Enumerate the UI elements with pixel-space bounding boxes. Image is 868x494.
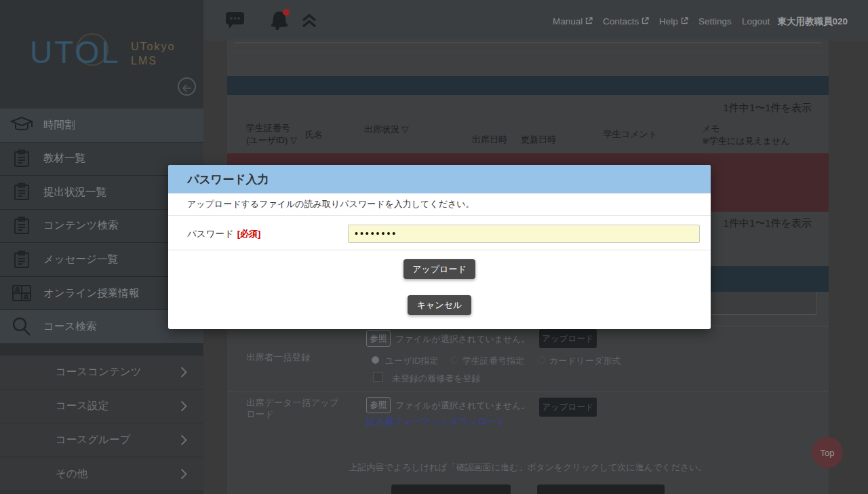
password-modal: パスワード入力 アップロードするファイルの読み取りパスワードを入力してください。… [168,165,711,329]
chevron-right-icon [180,400,187,412]
link-label: Manual [553,16,583,26]
column-header-update-time: 更新日時 [521,134,556,146]
column-header-attendance-time: 出席日時 [472,134,507,146]
chevron-right-icon [180,366,187,378]
password-field-label: パスワード[必須] [187,228,260,240]
sidebar-item-others[interactable]: その他 [0,457,203,491]
sidebar-secondary-nav: コースコンテンツ コース設定 コースグループ その他 [0,356,203,491]
bulk-register-label: 出席者一括登録 [246,352,311,364]
bulk-upload-button[interactable]: アップロード [539,398,597,417]
radio-label-user-id[interactable]: ユーザID指定 [385,355,439,367]
radio-card-reader[interactable] [538,356,545,364]
section-bar-top [227,76,829,95]
bulk-register-upload-button[interactable]: アップロード [539,329,597,348]
back-without-save-button[interactable]: 保存せずに前の画面に戻る [391,484,511,494]
topbar-link-settings[interactable]: Settings [698,16,732,26]
sidebar-item-course-settings[interactable]: コース設定 [0,390,203,423]
sidebar-item-label: オンライン授業情報 [43,286,139,301]
clipboard-icon [0,149,43,169]
bulk-upload-label: 出席データ一括アップロード [246,397,341,420]
link-label: Settings [698,16,732,26]
topbar-link-logout[interactable]: Logout [742,16,770,26]
modal-form-row: パスワード[必須] •••••••• [168,216,711,250]
clipboard-icon [0,250,43,270]
proceed-confirm-button[interactable]: 確認画面に進む [537,484,665,494]
modal-upload-button[interactable]: アップロード [403,259,475,279]
utol-logo: UTOL [30,34,121,71]
confirm-instruction-text: 上記内容でよろしければ「確認画面に進む」ボタンをクリックして次に進んでください。 [227,461,829,474]
topbar-link-manual[interactable]: Manual [553,16,593,26]
modal-description-row: アップロードするファイルの読み取りパスワードを入力してください。 [168,193,711,216]
chat-icon[interactable] [226,12,244,29]
sidebar-item-course-group[interactable]: コースグループ [0,423,203,457]
sidebar-item-label: その他 [56,467,87,481]
notification-bell-icon[interactable] [269,9,292,31]
logo-subtitle-line2: LMS [131,54,175,68]
topbar: Manual Contacts Help Settings Logout 東大用… [203,0,868,41]
modal-title: パスワード入力 [187,172,269,187]
scroll-to-top-button[interactable]: Top [812,437,843,468]
link-label: Help [659,16,678,26]
sidebar-item-label: 提出状況一覧 [43,185,106,200]
external-link-icon [585,17,593,24]
chevron-right-icon [180,434,187,446]
link-label: Logout [742,16,770,26]
modal-header: パスワード入力 [168,165,711,193]
browse-file-button[interactable]: 参照 [366,330,391,347]
sidebar-item-label: コースグループ [56,433,130,447]
header-line: 学生証番号 [246,122,297,134]
column-header-student-id[interactable]: 学生証番号 (ユーザID) ▽ [246,122,297,147]
result-count-bottom: 1件中1〜1件を表示 [724,217,812,230]
password-label-text: パスワード [187,229,234,239]
result-count-top: 1件中1〜1件を表示 [724,102,812,115]
browse-file-button[interactable]: 参照 [366,397,391,413]
sidebar-item-label: 時間割 [43,118,75,132]
register-unenrolled-label[interactable]: 未登録の履修者を登録 [392,373,481,385]
logo-subtitle-line1: UTokyo [131,39,175,54]
radio-label-student-number[interactable]: 学生証番号指定 [462,355,524,367]
modal-description: アップロードするファイルの読み取りパスワードを入力してください。 [187,198,475,210]
topbar-link-contacts[interactable]: Contacts [603,16,649,26]
sidebar-item-label: コンテンツ検索 [43,218,118,233]
header-line-sort: (ユーザID) ▽ [246,134,297,147]
password-input[interactable]: •••••••• [348,225,700,243]
double-chevron-up-icon[interactable] [301,14,317,28]
header-line-note: ※学生には見えません [702,135,790,147]
no-file-selected-text: ファイルが選択されていません。 [395,333,530,345]
divider [231,52,825,52]
header-line: メモ [702,123,790,135]
clipboard-icon [0,216,43,236]
sidebar-item-label: コース設定 [56,399,108,413]
logo-area: UTOL UTokyo LMS [0,0,203,109]
sidebar-item-label: コースコンテンツ [56,365,142,379]
sidebar-item-label: コース検索 [43,320,96,334]
radio-student-number[interactable] [451,356,458,364]
sidebar-divider [0,344,203,356]
link-label: Contacts [603,16,639,26]
sidebar-collapse-button[interactable] [178,77,196,96]
clipboard-icon [0,182,43,202]
sidebar-item-course-contents[interactable]: コースコンテンツ [0,356,203,390]
divider [227,392,829,392]
logo-subtitle: UTokyo LMS [131,39,175,68]
no-file-selected-text: ファイルが選択されていません。 [395,400,530,412]
modal-cancel-button[interactable]: キャンセル [408,295,471,315]
radio-label-card-reader[interactable]: カードリーダ形式 [549,355,620,367]
topbar-link-help[interactable]: Help [659,16,688,26]
app-root: UTOL UTokyo LMS 時間割 [0,0,868,494]
column-header-attendance-status[interactable]: 出席状況 ▽ [364,124,409,136]
column-header-name[interactable]: 氏名 [305,129,323,141]
register-unenrolled-checkbox[interactable] [373,372,383,382]
topbar-username: 東大用教職員020 [777,16,848,28]
arrow-left-icon [179,84,195,92]
external-link-icon [642,17,649,24]
column-header-memo: メモ ※学生には見えません [702,123,790,147]
format-download-link[interactable]: 記入用フォーマットダウンロード [366,416,506,428]
chevron-right-icon [180,468,187,480]
radio-user-id[interactable] [372,356,379,364]
video-meeting-icon [0,284,43,303]
column-header-student-comment: 学生コメント [604,128,657,140]
required-badge: [必須] [237,229,261,239]
sidebar-item-timetable[interactable]: 時間割 [0,109,203,142]
magnifier-icon [0,316,43,338]
